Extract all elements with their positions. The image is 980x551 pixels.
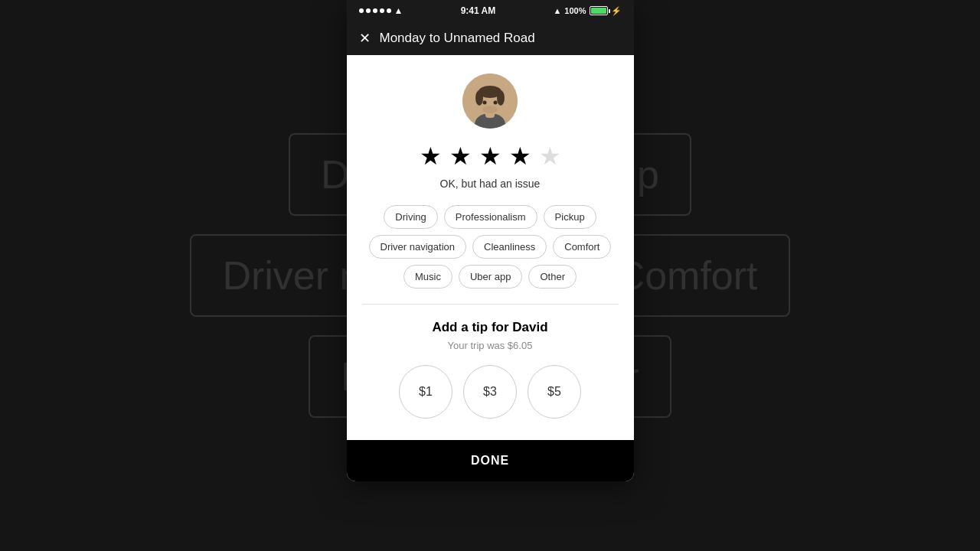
star-3[interactable]: ★ [479, 144, 501, 168]
tip-1-button[interactable]: $1 [399, 365, 452, 419]
battery-bar [590, 6, 608, 15]
divider [362, 304, 619, 305]
modal-header: ✕ Monday to Unnamed Road [347, 21, 634, 55]
svg-point-6 [497, 90, 505, 106]
dot-3 [373, 8, 377, 13]
svg-point-7 [483, 101, 487, 105]
rating-label: OK, but had an issue [440, 178, 541, 190]
dot-4 [380, 8, 384, 13]
battery-percent: 100% [564, 6, 586, 15]
modal-body: ★ ★ ★ ★ ★ OK, but had an issue Driving P… [347, 55, 634, 440]
tip-options: $1 $3 $5 [399, 365, 581, 419]
status-time: 9:41 AM [461, 5, 496, 16]
dot-1 [359, 8, 364, 13]
charging-icon: ⚡ [611, 6, 622, 16]
tip-3-button[interactable]: $3 [463, 365, 517, 419]
status-bar: ▲ 9:41 AM ▲ 100% ⚡ [347, 0, 634, 21]
tag-driver-navigation[interactable]: Driver navigation [369, 235, 467, 259]
tag-comfort[interactable]: Comfort [553, 235, 611, 259]
avatar-image [462, 73, 518, 129]
modal-wrapper: ▲ 9:41 AM ▲ 100% ⚡ ✕ Monday to Unnamed R… [0, 0, 980, 551]
dot-2 [366, 8, 371, 13]
status-right: ▲ 100% ⚡ [553, 6, 621, 16]
tag-professionalism[interactable]: Professionalism [444, 205, 537, 229]
tip-section: Add a tip for David Your trip was $6.05 … [362, 320, 619, 425]
issue-tags-container: Driving Professionalism Pickup Driver na… [362, 205, 619, 289]
tag-uber-app[interactable]: Uber app [459, 265, 522, 289]
star-1[interactable]: ★ [420, 144, 442, 168]
star-2[interactable]: ★ [449, 144, 472, 168]
dot-5 [387, 8, 391, 13]
close-button[interactable]: ✕ [359, 31, 371, 45]
svg-point-9 [482, 106, 498, 113]
tip-5-button[interactable]: $5 [528, 365, 581, 419]
stars-row: ★ ★ ★ ★ ★ [420, 144, 561, 168]
battery-fill [591, 8, 606, 14]
wifi-icon: ▲ [394, 5, 403, 16]
star-5[interactable]: ★ [539, 144, 561, 168]
tag-music[interactable]: Music [403, 265, 452, 289]
tip-subtitle: Your trip was $6.05 [448, 340, 533, 351]
star-4[interactable]: ★ [509, 144, 531, 168]
signal-dots [359, 8, 391, 13]
status-left: ▲ [359, 5, 403, 16]
tag-driving[interactable]: Driving [384, 205, 437, 229]
tag-pickup[interactable]: Pickup [544, 205, 596, 229]
tag-cleanliness[interactable]: Cleanliness [472, 235, 547, 259]
tag-other[interactable]: Other [528, 265, 577, 289]
header-title: Monday to Unnamed Road [380, 31, 535, 46]
location-icon: ▲ [553, 6, 561, 15]
svg-point-8 [494, 101, 498, 105]
svg-point-5 [475, 90, 483, 106]
tip-title: Add a tip for David [432, 320, 547, 335]
avatar [462, 73, 518, 129]
done-button[interactable]: DONE [347, 440, 634, 481]
phone-modal: ▲ 9:41 AM ▲ 100% ⚡ ✕ Monday to Unnamed R… [347, 0, 634, 481]
